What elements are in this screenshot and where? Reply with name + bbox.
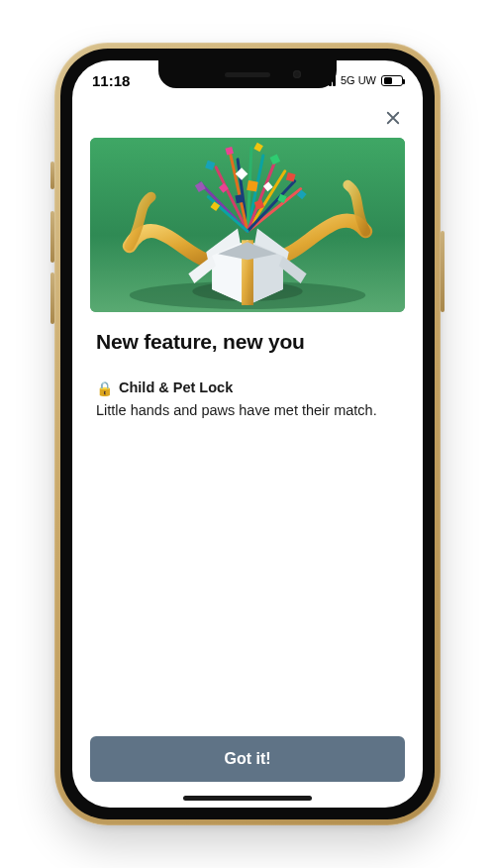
volume-up-button [50,211,54,263]
close-button[interactable] [379,104,407,132]
got-it-button[interactable]: Got it! [90,736,405,782]
close-icon [384,109,402,127]
app-root: 11:18 5G UW [72,60,423,808]
notch [158,60,337,88]
hero-image [90,138,405,312]
svg-rect-34 [235,194,244,203]
battery-icon [381,75,403,86]
network-type-label: 5G UW [341,74,376,86]
speaker-grille [225,72,270,77]
modal-title: New feature, new you [72,312,423,354]
front-camera [293,70,301,78]
power-button [441,231,445,312]
status-time: 11:18 [92,72,151,89]
battery-level [384,77,392,84]
screen: 11:18 5G UW [72,60,423,808]
feature-description: Little hands and paws have met their mat… [96,400,399,421]
svg-rect-31 [247,180,258,192]
silence-switch [50,162,54,189]
feature-name: Child & Pet Lock [119,378,233,398]
lock-icon: 🔒 [96,381,113,395]
phone-frame: 11:18 5G UW [54,43,441,825]
home-indicator[interactable] [183,796,312,801]
volume-down-button [50,272,54,324]
feature-block: 🔒 Child & Pet Lock Little hands and paws… [72,354,423,421]
